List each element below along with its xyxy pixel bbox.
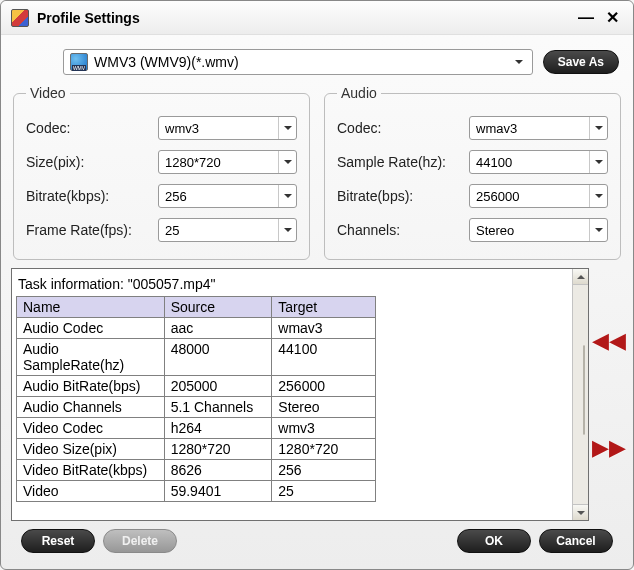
audio-bitrate-value: 256000 <box>476 189 519 204</box>
audio-samplerate-value: 44100 <box>476 155 512 170</box>
cell-target: wmv3 <box>272 418 376 439</box>
table-row[interactable]: Video59.940125 <box>17 481 376 502</box>
table-row[interactable]: Audio BitRate(bps)205000256000 <box>17 376 376 397</box>
chevron-down-icon <box>589 117 607 139</box>
audio-channels-value: Stereo <box>476 223 514 238</box>
window-title: Profile Settings <box>37 10 571 26</box>
video-size-label: Size(pix): <box>26 154 158 170</box>
cell-source: 5.1 Channels <box>164 397 272 418</box>
audio-bitrate-dropdown[interactable]: 256000 <box>469 184 608 208</box>
video-codec-dropdown[interactable]: wmv3 <box>158 116 297 140</box>
video-bitrate-label: Bitrate(kbps): <box>26 188 158 204</box>
cell-target: 1280*720 <box>272 439 376 460</box>
col-source: Source <box>164 297 272 318</box>
minimize-button[interactable]: — <box>575 7 597 29</box>
audio-legend: Audio <box>337 85 381 101</box>
cell-name: Video BitRate(kbps) <box>17 460 165 481</box>
task-information-panel: Task information: "005057.mp4" Name Sour… <box>11 268 589 521</box>
table-row[interactable]: Audio Channels5.1 ChannelsStereo <box>17 397 376 418</box>
delete-button[interactable]: Delete <box>103 529 177 553</box>
cell-source: 205000 <box>164 376 272 397</box>
chevron-down-icon <box>278 151 296 173</box>
video-legend: Video <box>26 85 70 101</box>
cancel-button[interactable]: Cancel <box>539 529 613 553</box>
audio-codec-label: Codec: <box>337 120 469 136</box>
audio-codec-value: wmav3 <box>476 121 517 136</box>
scroll-up-icon[interactable] <box>573 269 588 285</box>
chevron-down-icon <box>589 151 607 173</box>
chevron-down-icon <box>510 50 528 74</box>
video-codec-label: Codec: <box>26 120 158 136</box>
profile-selected: WMV3 (WMV9)(*.wmv) <box>94 54 504 70</box>
ok-button[interactable]: OK <box>457 529 531 553</box>
chevron-down-icon <box>278 117 296 139</box>
cell-name: Video Codec <box>17 418 165 439</box>
cell-source: 1280*720 <box>164 439 272 460</box>
cell-target: 44100 <box>272 339 376 376</box>
video-size-value: 1280*720 <box>165 155 221 170</box>
table-row[interactable]: Video Codech264wmv3 <box>17 418 376 439</box>
cell-source: 59.9401 <box>164 481 272 502</box>
table-row[interactable]: Audio Codecaacwmav3 <box>17 318 376 339</box>
cell-target: 256000 <box>272 376 376 397</box>
profile-dropdown[interactable]: WMV3 (WMV9)(*.wmv) <box>63 49 533 75</box>
cell-name: Audio SampleRate(hz) <box>17 339 165 376</box>
scroll-down-icon[interactable] <box>573 504 588 520</box>
video-group: Video Codec: wmv3 Size(pix): 1280*720 <box>13 85 310 260</box>
wmv-icon <box>70 53 88 71</box>
cell-source: h264 <box>164 418 272 439</box>
cell-name: Video Size(pix) <box>17 439 165 460</box>
chevron-down-icon <box>278 219 296 241</box>
titlebar: Profile Settings — ✕ <box>1 1 633 35</box>
audio-samplerate-dropdown[interactable]: 44100 <box>469 150 608 174</box>
video-size-dropdown[interactable]: 1280*720 <box>158 150 297 174</box>
task-heading: Task information: "005057.mp4" <box>18 276 566 292</box>
col-name: Name <box>17 297 165 318</box>
video-codec-value: wmv3 <box>165 121 199 136</box>
cell-target: wmav3 <box>272 318 376 339</box>
cell-name: Audio BitRate(bps) <box>17 376 165 397</box>
app-icon <box>11 9 29 27</box>
chevron-down-icon <box>278 185 296 207</box>
col-target: Target <box>272 297 376 318</box>
cell-name: Audio Codec <box>17 318 165 339</box>
cell-target: Stereo <box>272 397 376 418</box>
cell-name: Audio Channels <box>17 397 165 418</box>
chevron-down-icon <box>589 219 607 241</box>
scroll-thumb[interactable] <box>583 345 585 435</box>
prev-task-button[interactable]: ◀◀ <box>592 330 626 352</box>
table-row[interactable]: Audio SampleRate(hz)4800044100 <box>17 339 376 376</box>
audio-group: Audio Codec: wmav3 Sample Rate(hz): 4410… <box>324 85 621 260</box>
cell-source: aac <box>164 318 272 339</box>
video-bitrate-dropdown[interactable]: 256 <box>158 184 297 208</box>
video-bitrate-value: 256 <box>165 189 187 204</box>
video-framerate-value: 25 <box>165 223 179 238</box>
table-row[interactable]: Video BitRate(kbps)8626256 <box>17 460 376 481</box>
audio-codec-dropdown[interactable]: wmav3 <box>469 116 608 140</box>
cell-source: 48000 <box>164 339 272 376</box>
save-as-button[interactable]: Save As <box>543 50 619 74</box>
audio-samplerate-label: Sample Rate(hz): <box>337 154 469 170</box>
audio-channels-dropdown[interactable]: Stereo <box>469 218 608 242</box>
reset-button[interactable]: Reset <box>21 529 95 553</box>
cell-name: Video <box>17 481 165 502</box>
vertical-scrollbar[interactable] <box>572 269 588 520</box>
task-table: Name Source Target Audio Codecaacwmav3Au… <box>16 296 376 502</box>
audio-channels-label: Channels: <box>337 222 469 238</box>
cell-source: 8626 <box>164 460 272 481</box>
video-framerate-label: Frame Rate(fps): <box>26 222 158 238</box>
table-row[interactable]: Video Size(pix)1280*7201280*720 <box>17 439 376 460</box>
video-framerate-dropdown[interactable]: 25 <box>158 218 297 242</box>
next-task-button[interactable]: ▶▶ <box>592 437 626 459</box>
chevron-down-icon <box>589 185 607 207</box>
cell-target: 256 <box>272 460 376 481</box>
audio-bitrate-label: Bitrate(bps): <box>337 188 469 204</box>
close-button[interactable]: ✕ <box>601 7 623 29</box>
cell-target: 25 <box>272 481 376 502</box>
